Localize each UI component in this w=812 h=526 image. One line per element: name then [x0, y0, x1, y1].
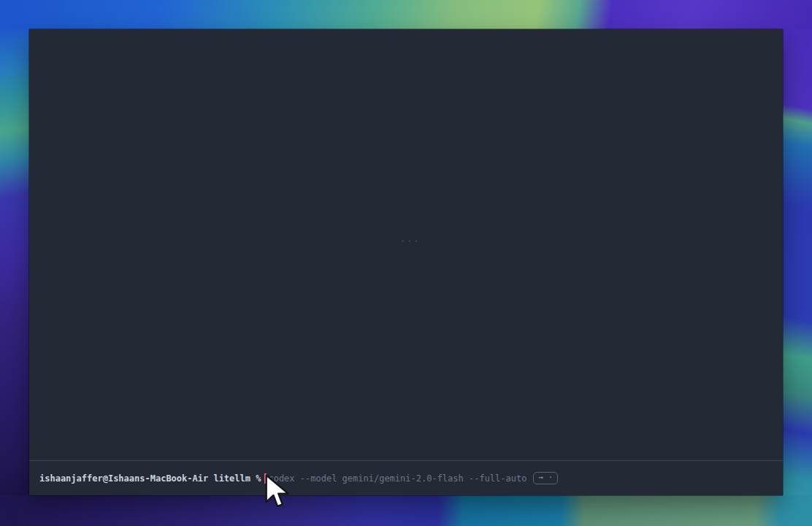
command-autosuggestion: codex --model gemini/gemini-2.0-flash --…: [268, 473, 526, 484]
terminal-scrollback-area[interactable]: ...: [29, 29, 783, 460]
terminal-window[interactable]: ... ishaanjaffer@Ishaans-MacBook-Air lit…: [29, 29, 783, 495]
accept-suggestion-hint-pill: → ·: [533, 472, 558, 484]
shell-prompt: ishaanjaffer@Ishaans-MacBook-Air litellm…: [39, 473, 261, 484]
scrollback-ellipsis: ...: [400, 234, 421, 244]
text-caret: [264, 473, 267, 484]
wallpaper-left-edge: [0, 29, 29, 495]
command-input-line[interactable]: ishaanjaffer@Ishaans-MacBook-Air litellm…: [29, 461, 783, 495]
wallpaper-top-edge: [0, 0, 812, 29]
wallpaper-right-edge: [783, 29, 812, 495]
wallpaper-bottom-edge: [0, 495, 812, 526]
